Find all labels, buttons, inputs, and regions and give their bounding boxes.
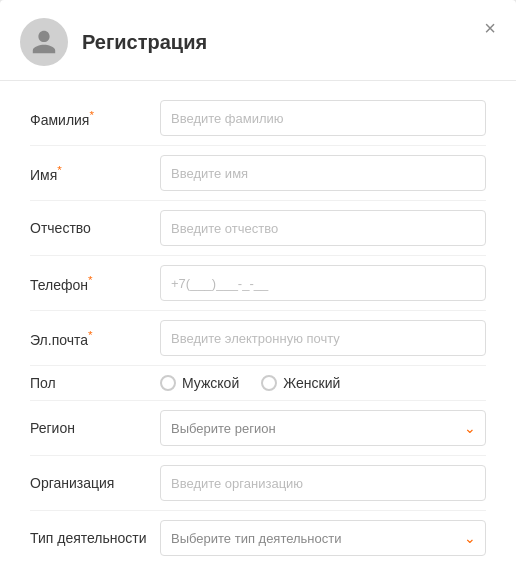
- activity-row: Тип деятельности Выберите тип деятельнос…: [30, 511, 486, 565]
- region-select[interactable]: Выберите регион: [160, 410, 486, 446]
- region-row: Регион Выберите регион ⌄: [30, 401, 486, 456]
- avatar: [20, 18, 68, 66]
- gender-female-radio[interactable]: [261, 375, 277, 391]
- gender-female-label: Женский: [283, 375, 340, 391]
- organization-row: Организация: [30, 456, 486, 511]
- gender-group: Мужской Женский: [160, 375, 340, 391]
- activity-select-wrapper: Выберите тип деятельности ⌄: [160, 520, 486, 556]
- email-row: Эл.почта*: [30, 311, 486, 366]
- gender-label: Пол: [30, 375, 160, 391]
- activity-label: Тип деятельности: [30, 530, 160, 546]
- firstname-row: Имя*: [30, 146, 486, 201]
- gender-male-option[interactable]: Мужской: [160, 375, 239, 391]
- email-label: Эл.почта*: [30, 328, 160, 348]
- modal-title: Регистрация: [82, 31, 207, 54]
- region-select-wrapper: Выберите регион ⌄: [160, 410, 486, 446]
- organization-label: Организация: [30, 475, 160, 491]
- phone-input[interactable]: [160, 265, 486, 301]
- patronymic-row: Отчество: [30, 201, 486, 256]
- lastname-label: Фамилия*: [30, 108, 160, 128]
- phone-label: Телефон*: [30, 273, 160, 293]
- modal-header: Регистрация ×: [0, 0, 516, 81]
- patronymic-input[interactable]: [160, 210, 486, 246]
- region-label: Регион: [30, 420, 160, 436]
- patronymic-label: Отчество: [30, 220, 160, 236]
- phone-row: Телефон*: [30, 256, 486, 311]
- gender-row: Пол Мужской Женский: [30, 366, 486, 401]
- firstname-label: Имя*: [30, 163, 160, 183]
- activity-select[interactable]: Выберите тип деятельности: [160, 520, 486, 556]
- organization-input[interactable]: [160, 465, 486, 501]
- gender-male-label: Мужской: [182, 375, 239, 391]
- gender-female-option[interactable]: Женский: [261, 375, 340, 391]
- email-input[interactable]: [160, 320, 486, 356]
- lastname-input[interactable]: [160, 100, 486, 136]
- close-button[interactable]: ×: [480, 14, 500, 42]
- firstname-input[interactable]: [160, 155, 486, 191]
- lastname-row: Фамилия*: [30, 91, 486, 146]
- form-body: Фамилия* Имя* Отчество Телефон*: [0, 81, 516, 565]
- registration-modal: Регистрация × Фамилия* Имя* Отчество: [0, 0, 516, 565]
- gender-male-radio[interactable]: [160, 375, 176, 391]
